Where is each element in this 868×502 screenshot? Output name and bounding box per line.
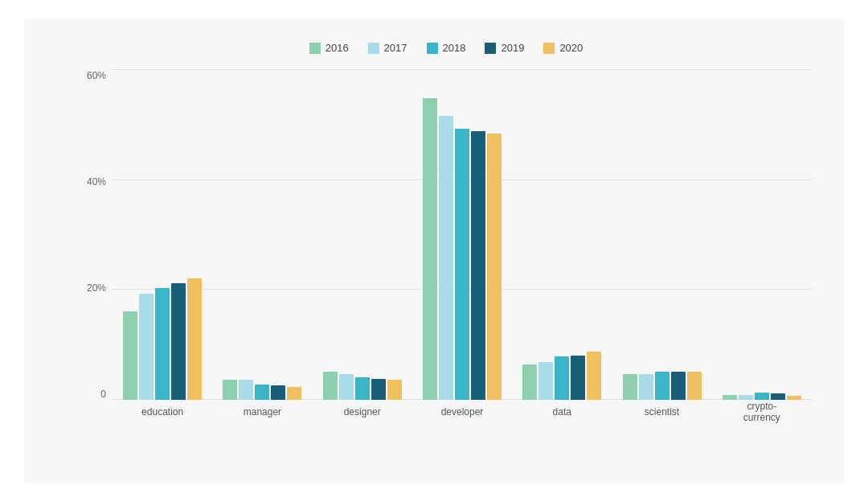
- bar-scientist-2017: [639, 374, 653, 400]
- legend-item-2017: 2017: [368, 42, 407, 54]
- x-label-designer: designer: [313, 400, 412, 424]
- bar-education-2018: [155, 288, 170, 400]
- x-label-education: education: [113, 400, 212, 424]
- bar-developer-2020: [487, 134, 502, 400]
- bar-designer-2016: [323, 372, 338, 400]
- legend-item-2018: 2018: [427, 42, 466, 54]
- bar-data-2019: [571, 356, 585, 400]
- bar-data-2018: [555, 356, 569, 400]
- bar-education-2020: [187, 278, 202, 400]
- y-label-3: 60%: [80, 70, 113, 81]
- bar-group-manager: [212, 70, 312, 400]
- x-label-developer: developer: [412, 400, 512, 424]
- bar-education-2016: [123, 311, 137, 400]
- bar-group-crypto-currency: [712, 70, 812, 400]
- bar-scientist-2019: [671, 372, 686, 400]
- x-label-scientist: scientist: [612, 400, 711, 424]
- bar-data-2017: [538, 362, 553, 400]
- y-label-1: 20%: [80, 282, 113, 294]
- chart-container: 20162017201820192020 020%40%60% educatio…: [24, 18, 844, 484]
- bar-scientist-2016: [623, 374, 637, 400]
- bar-scientist-2018: [655, 372, 669, 400]
- y-label-2: 40%: [80, 176, 113, 187]
- bar-designer-2018: [355, 377, 370, 400]
- bar-manager-2018: [255, 385, 269, 400]
- chart-legend: 20162017201820192020: [80, 42, 812, 54]
- x-labels: educationmanagerdesignerdeveloperdatasci…: [113, 400, 812, 424]
- y-axis: 020%40%60%: [80, 70, 113, 400]
- legend-item-2020: 2020: [543, 42, 583, 54]
- bar-developer-2018: [455, 129, 469, 400]
- bar-manager-2019: [271, 385, 285, 400]
- bar-scientist-2020: [687, 372, 702, 400]
- y-label-0: 0: [80, 389, 113, 400]
- bar-designer-2017: [339, 374, 354, 400]
- bar-developer-2017: [439, 116, 453, 400]
- legend-item-2016: 2016: [309, 42, 349, 54]
- bar-data-2020: [587, 352, 601, 400]
- bar-group-education: [113, 70, 212, 400]
- bar-group-scientist: [612, 70, 711, 400]
- bar-crypto-currency-2018: [755, 393, 769, 400]
- bar-group-developer: [412, 70, 512, 400]
- legend-item-2019: 2019: [485, 42, 524, 54]
- bar-designer-2020: [387, 380, 402, 400]
- bar-designer-2019: [371, 379, 386, 400]
- x-label-data: data: [512, 400, 612, 424]
- bar-manager-2020: [287, 387, 301, 400]
- x-label-manager: manager: [212, 400, 312, 424]
- bar-group-designer: [313, 70, 412, 400]
- chart-area: 020%40%60% educationmanagerdesignerdevel…: [80, 70, 812, 424]
- bars-area: [113, 70, 812, 400]
- bar-developer-2016: [423, 98, 437, 400]
- bar-education-2017: [139, 294, 154, 400]
- bar-developer-2019: [471, 131, 485, 400]
- bar-manager-2017: [239, 380, 253, 400]
- bar-crypto-currency-2019: [771, 393, 785, 400]
- x-label-crypto-currency: crypto-currency: [712, 400, 812, 424]
- bar-manager-2016: [223, 380, 237, 400]
- bar-data-2016: [522, 364, 537, 400]
- bar-education-2019: [171, 283, 186, 400]
- bar-group-data: [512, 70, 612, 400]
